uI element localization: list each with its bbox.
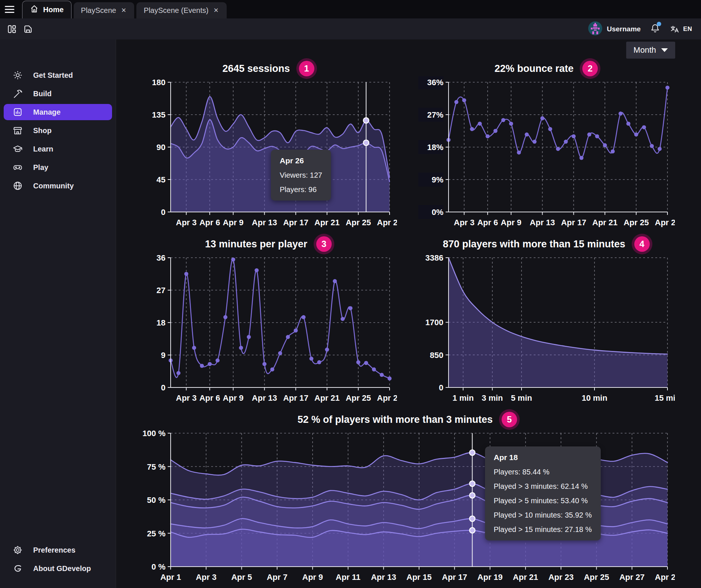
svg-text:Apr 25: Apr 25 [584, 573, 609, 582]
sidebar-item-label: Manage [33, 108, 60, 116]
minutes-per-player-plot: 36271890Apr 3Apr 6Apr 9Apr 13Apr 17Apr 2… [140, 252, 397, 408]
pickaxe-icon [13, 88, 23, 99]
layout-panels-icon[interactable] [4, 21, 20, 37]
svg-text:Apr 7: Apr 7 [267, 573, 287, 582]
chart-tooltip: Apr 26 Viewers: 127 Players: 96 [271, 150, 331, 201]
sidebar-item-play[interactable]: Play [4, 159, 112, 175]
close-icon[interactable]: × [121, 6, 127, 14]
menu-icon[interactable] [0, 0, 19, 18]
sidebar-item-label: Play [33, 163, 48, 172]
step-badge-3[interactable]: 3 [316, 236, 332, 252]
notifications-button[interactable] [650, 23, 660, 35]
svg-text:36%: 36% [427, 78, 443, 87]
step-badge-5[interactable]: 5 [502, 412, 517, 427]
svg-text:50 %: 50 % [147, 495, 165, 505]
svg-text:9%: 9% [432, 175, 443, 184]
tooltip-line: Played > 3 minutes: 62.14 % [494, 482, 592, 491]
engagement-plot: 100 %75 %50 %25 %0 %Apr 1Apr 3Apr 5Apr 7… [140, 427, 675, 587]
svg-text:27: 27 [157, 286, 165, 295]
svg-text:Apr 6: Apr 6 [477, 218, 498, 227]
username-label: Username [607, 25, 641, 33]
svg-text:Apr 17: Apr 17 [283, 218, 308, 227]
step-badge-2[interactable]: 2 [582, 61, 598, 76]
svg-text:Apr 15: Apr 15 [407, 573, 432, 582]
svg-text:18%: 18% [427, 143, 443, 152]
svg-text:100 %: 100 % [143, 429, 165, 438]
svg-text:Apr 5: Apr 5 [231, 573, 252, 582]
toolbar: Username EN [0, 18, 701, 39]
svg-text:850: 850 [430, 351, 443, 360]
sessions-plot: 18013590450Apr 3Apr 6Apr 9Apr 13Apr 17Ap… [140, 76, 397, 233]
tooltip-line: Viewers: 127 [280, 171, 322, 180]
svg-text:9: 9 [161, 351, 165, 360]
tab-playscene-events[interactable]: PlayScene (Events) × [136, 2, 227, 18]
period-dropdown-label: Month [634, 45, 656, 55]
svg-text:Apr 25: Apr 25 [624, 218, 649, 227]
svg-text:Apr 1: Apr 1 [160, 573, 181, 582]
user-menu[interactable]: Username [588, 21, 641, 37]
period-dropdown[interactable]: Month [626, 42, 675, 59]
chevron-down-icon [661, 48, 668, 52]
chart-title: 13 minutes per player [205, 239, 307, 250]
sidebar-item-get-started[interactable]: Get Started [4, 67, 112, 83]
sidebar-item-build[interactable]: Build [4, 86, 112, 102]
graduation-cap-icon [13, 144, 23, 154]
svg-text:Apr 23: Apr 23 [548, 573, 573, 582]
svg-text:Apr 17: Apr 17 [561, 218, 586, 227]
svg-text:180: 180 [152, 78, 165, 87]
svg-text:36: 36 [157, 253, 165, 262]
sidebar-item-label: Shop [33, 126, 52, 135]
sidebar-item-label: Preferences [33, 546, 76, 554]
gamepad-icon [13, 162, 23, 173]
svg-text:Apr 9: Apr 9 [302, 573, 323, 582]
tooltip-line: Played > 5 minutes: 53.40 % [494, 497, 592, 505]
svg-text:Apr 11: Apr 11 [336, 573, 360, 582]
home-icon [30, 4, 39, 15]
svg-text:Apr 3: Apr 3 [176, 393, 196, 403]
avatar [588, 21, 602, 37]
sidebar-spacer [0, 195, 116, 541]
sidebar-item-label: Get Started [33, 71, 73, 80]
close-icon[interactable]: × [213, 6, 219, 14]
svg-text:Apr 17: Apr 17 [442, 573, 467, 582]
tooltip-date: Apr 18 [494, 453, 592, 462]
gdevelop-logo-icon [13, 563, 23, 574]
chart-tooltip: Apr 18 Players: 85.44 % Played > 3 minut… [485, 446, 601, 540]
step-badge-1[interactable]: 1 [299, 61, 314, 76]
svg-text:3386: 3386 [425, 253, 443, 262]
tab-label: PlayScene (Events) [144, 6, 209, 15]
tooltip-line: Players: 85.44 % [494, 468, 592, 476]
svg-text:Apr 25: Apr 25 [346, 218, 371, 227]
svg-text:Apr 17: Apr 17 [283, 393, 308, 403]
tab-home[interactable]: Home [22, 1, 72, 18]
svg-text:Apr 21: Apr 21 [592, 218, 617, 227]
language-switcher[interactable]: EN [670, 24, 692, 34]
tab-label: PlayScene [81, 6, 116, 15]
svg-text:1 min: 1 min [453, 393, 474, 403]
save-icon[interactable] [20, 21, 36, 37]
sidebar-item-label: About GDevelop [33, 564, 91, 573]
sidebar-item-manage[interactable]: Manage [4, 104, 112, 120]
bounce-rate-plot: 36%27%18%9%0%Apr 3Apr 6Apr 9Apr 13Apr 17… [418, 76, 675, 233]
tooltip-date: Apr 26 [280, 156, 322, 165]
sidebar-item-community[interactable]: Community [4, 178, 112, 194]
svg-text:0%: 0% [432, 208, 443, 217]
tooltip-line: Played > 15 minutes: 27.18 % [494, 525, 592, 534]
bounce-rate-chart: 22% bounce rate 2 36%27%18%9%0%Apr 3Apr … [418, 61, 675, 233]
svg-text:Apr 6: Apr 6 [199, 218, 220, 227]
svg-text:Apr 3: Apr 3 [196, 573, 216, 582]
step-badge-4[interactable]: 4 [634, 236, 650, 252]
sidebar-item-label: Learn [33, 145, 53, 153]
sidebar-item-preferences[interactable]: Preferences [4, 542, 112, 558]
tab-bar: Home PlayScene × PlayScene (Events) × [0, 0, 701, 18]
sun-icon [13, 70, 23, 80]
svg-text:Apr 9: Apr 9 [223, 393, 244, 403]
svg-text:45: 45 [157, 175, 165, 184]
sidebar-item-learn[interactable]: Learn [4, 141, 112, 157]
svg-text:90: 90 [157, 143, 165, 152]
tab-playscene[interactable]: PlayScene × [74, 2, 134, 18]
svg-text:27%: 27% [427, 110, 443, 119]
sidebar-item-about[interactable]: About GDevelop [4, 560, 112, 577]
sidebar-item-shop[interactable]: Shop [4, 122, 112, 139]
svg-text:Apr 3: Apr 3 [454, 218, 474, 227]
